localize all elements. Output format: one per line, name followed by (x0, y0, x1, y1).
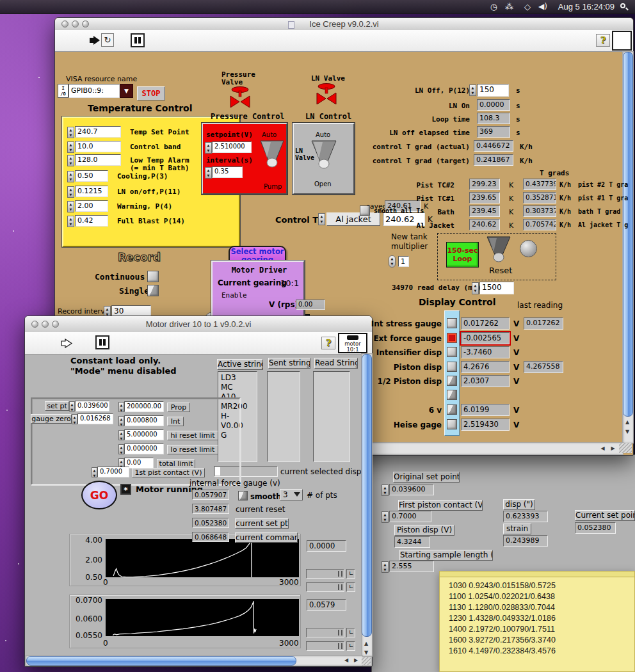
display-row-checkbox[interactable] (447, 362, 457, 372)
display-row-checkbox[interactable] (447, 390, 457, 400)
temp-row-spinner[interactable]: ▲▼ (67, 186, 74, 198)
temp-row-input[interactable]: 2.00 (75, 200, 108, 212)
menubar-clock[interactable]: Aug 5 16:24:09 (558, 2, 615, 12)
hi-reset-input[interactable]: 5.000000 (124, 429, 164, 440)
display-row-checkbox[interactable] (447, 318, 457, 328)
display-row-checkbox[interactable] (447, 419, 457, 429)
go-button[interactable]: GO (81, 481, 117, 509)
sticky-note[interactable]: 1030 0.9243/0.015158/0.57251100 1.0254/0… (439, 571, 635, 672)
chart2-axis-a-icon[interactable]: ∟ (346, 628, 355, 637)
pause-button[interactable] (131, 33, 145, 47)
status-row-input[interactable]: 150 (477, 84, 509, 97)
display-row-checkbox[interactable] (447, 333, 457, 343)
read-delay-input[interactable]: 1500 (479, 282, 514, 294)
lo-reset-input[interactable]: 0.000000 (124, 444, 164, 454)
reset-knob[interactable] (485, 236, 513, 264)
int-input[interactable]: 0.000800 (124, 415, 164, 426)
gauge-zero-spinner[interactable]: ▲▼ (72, 414, 77, 424)
temp-row-spinner[interactable]: ▲▼ (67, 141, 74, 153)
loop-150sec-button[interactable]: 150-secLoop (446, 242, 479, 268)
ice-titlebar[interactable]: Ice Creep v9.0.2.vi (55, 18, 633, 31)
starting-sample-length-value[interactable]: 2.555 (389, 561, 434, 572)
spotlight-icon[interactable] (620, 3, 629, 12)
motor-pause-button[interactable] (95, 335, 109, 349)
chart1-axis-b-icon[interactable]: ∟ (346, 582, 355, 592)
active-string-item[interactable]: MC (221, 383, 254, 392)
ice-resize-grip[interactable] (619, 443, 632, 453)
visa-resource-input[interactable]: GPIB0::9: (68, 84, 120, 98)
new-tank-spinner[interactable]: ▲▼ (389, 255, 396, 268)
set-pt-input[interactable]: 0.039600 (75, 401, 109, 412)
temp-row-spinner[interactable]: ▲▼ (67, 171, 74, 182)
temp-row-spinner[interactable]: ▲▼ (67, 155, 74, 166)
loop-led[interactable] (520, 240, 537, 257)
prop-spinner[interactable]: ▲▼ (118, 402, 124, 412)
chart2-slider-b[interactable] (306, 641, 344, 651)
setpoint-input[interactable]: 2.510000 (212, 141, 252, 153)
contact-spinner[interactable]: ▲▼ (92, 467, 97, 477)
chart1-axis-a-icon[interactable]: ∟ (346, 569, 355, 579)
motor-vscroll-up-icon[interactable]: ▲ (361, 639, 371, 648)
volume-icon[interactable]: ◀) (538, 2, 547, 11)
chart2-slider-a[interactable] (306, 628, 344, 637)
int-spinner[interactable]: ▲▼ (118, 416, 124, 426)
time-machine-icon[interactable]: ◷ (490, 2, 497, 12)
motor-hscrollbar-thumb[interactable] (26, 656, 296, 666)
ifg-label[interactable]: current command (235, 532, 298, 543)
airport-icon[interactable]: ◇ (524, 2, 531, 12)
new-tank-value[interactable]: 1 (398, 256, 409, 267)
chart1-slider-b[interactable] (306, 582, 344, 592)
tool-palette-box[interactable] (612, 31, 632, 51)
first-piston-contact-value[interactable]: 0.7000 (389, 511, 431, 522)
temp-row-input[interactable]: 0.1215 (75, 186, 108, 197)
starting-sample-length-spinner[interactable]: ▲▼ (382, 561, 389, 573)
temp-row-spinner[interactable]: ▲▼ (67, 127, 74, 138)
motor-running-checkbox[interactable]: * (120, 484, 131, 495)
run-continuous-icon[interactable]: ↻ (101, 33, 114, 47)
temp-row-input[interactable]: 10.0 (75, 141, 121, 152)
smooth-checkbox[interactable] (238, 491, 248, 500)
sticky-note-titlebar[interactable] (440, 572, 634, 577)
set-pt-spinner[interactable]: ▲▼ (69, 401, 75, 412)
temp-row-input[interactable]: 0.50 (75, 170, 108, 182)
input-menu-icon[interactable]: ⁂ (505, 2, 513, 12)
ifg-label[interactable]: current set pt (235, 518, 289, 529)
lo-reset-spinner[interactable]: ▲▼ (118, 444, 124, 454)
stop-button[interactable]: STOP (137, 86, 165, 100)
temp-row-input[interactable]: 0.42 (75, 215, 108, 227)
ice-vscroll-up-icon[interactable]: ▲ (622, 418, 632, 426)
gauge-zero-input[interactable]: 0.016268 (77, 413, 113, 424)
motor-resize-grip[interactable] (362, 657, 371, 665)
first-piston-contact-spinner[interactable]: ▲▼ (382, 511, 389, 523)
motor-hscroll-right-icon[interactable]: ▶ (351, 656, 360, 664)
active-string-item[interactable]: LD3 (221, 373, 254, 383)
original-set-point-spinner[interactable]: ▲▼ (382, 484, 389, 496)
temp-row-input[interactable]: 128.0 (75, 154, 121, 166)
contact-input[interactable]: 0.7000 (97, 467, 129, 477)
ice-hscroll-right-icon[interactable]: ▶ (608, 444, 618, 453)
motor-run-icon[interactable] (60, 339, 73, 348)
temp-row-spinner[interactable]: ▲▼ (67, 201, 74, 212)
temp-row-input[interactable]: 240.7 (75, 126, 121, 138)
read-delay-spinner[interactable]: ▲▼ (472, 282, 479, 294)
visa-dropdown-button[interactable]: ▼ (120, 84, 133, 98)
chart2-axis-b-icon[interactable]: ∟ (346, 641, 355, 651)
interval-spinner[interactable]: ▲▼ (205, 167, 212, 179)
display-row-checkbox[interactable] (447, 404, 457, 415)
ice-vscroll-down-icon[interactable]: ▼ (622, 428, 632, 436)
motor-titlebar[interactable]: Motor driver 10 to 1 v9.0.2.vi (25, 316, 372, 333)
chart1-slider-a[interactable] (306, 569, 344, 579)
pressure-valve-knob[interactable] (258, 140, 286, 170)
temp-row-spinner[interactable]: ▲▼ (67, 216, 74, 227)
interval-input[interactable]: 0.35 (212, 166, 243, 178)
ice-vscrollbar-thumb[interactable] (623, 52, 633, 417)
motor-hscroll-left-icon[interactable]: ◀ (342, 656, 351, 664)
ice-hscroll-left-icon[interactable]: ◀ (598, 444, 607, 453)
single-checkbox[interactable] (147, 285, 159, 296)
run-icon[interactable] (88, 35, 101, 45)
help-button[interactable]: ? (596, 34, 610, 47)
status-row-spinner[interactable]: ▲▼ (469, 84, 476, 96)
hi-reset-spinner[interactable]: ▲▼ (118, 430, 124, 440)
prop-input[interactable]: 200000.00 (124, 401, 164, 412)
display-row-checkbox[interactable] (447, 376, 457, 386)
